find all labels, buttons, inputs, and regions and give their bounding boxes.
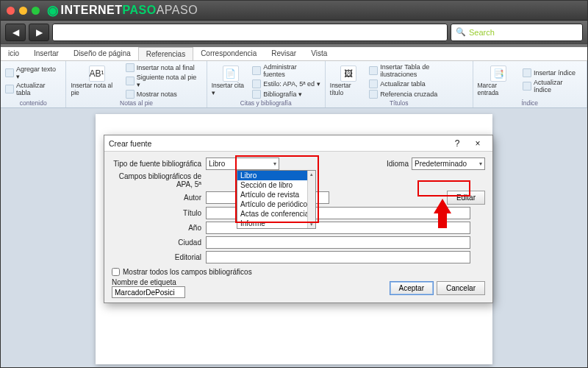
tab-insertar[interactable]: Insertar: [26, 47, 66, 60]
option-seccion[interactable]: Sección de libro: [237, 180, 315, 190]
option-actas[interactable]: Actas de conferencia: [237, 209, 315, 219]
show-notes-icon: [126, 90, 135, 99]
brand-logo-icon: ◉: [47, 2, 60, 18]
site-brand: ◉ INTERNETPASOAPASO: [47, 2, 198, 18]
actualizar-tabla-button2[interactable]: Actualizar tabla: [369, 79, 467, 88]
create-source-dialog: Crear fuente ? × Tipo de fuente bibliogr…: [104, 135, 493, 303]
tag-label: Nombre de etiqueta: [112, 278, 185, 286]
tab-diseno[interactable]: Diseño de página: [66, 47, 138, 60]
source-type-combo[interactable]: Libro ▾: [206, 158, 279, 170]
estilo-combo[interactable]: Estilo: APA, 5ª ed ▾: [252, 79, 320, 88]
type-label: Tipo de fuente bibliográfica: [112, 160, 206, 168]
ciudad-label: Ciudad: [112, 238, 206, 247]
cite-icon: 📄: [223, 66, 239, 82]
siguiente-nota-button[interactable]: Siguiente nota al pie ▾: [126, 74, 202, 88]
language-combo[interactable]: Predeterminado ▾: [412, 158, 485, 170]
close-button[interactable]: ×: [467, 138, 488, 149]
tab-inicio[interactable]: icio: [1, 47, 26, 60]
language-label: Idioma: [387, 160, 412, 168]
brand-part-1: INTERNET: [61, 4, 123, 17]
mostrar-notas-button[interactable]: Mostrar notas: [126, 90, 202, 99]
search-icon: 🔍: [456, 27, 466, 37]
tab-referencias[interactable]: Referencias: [138, 47, 193, 60]
language-value: Predeterminado: [415, 160, 467, 168]
refresh-icon: [5, 85, 14, 93]
editorial-input[interactable]: [206, 251, 470, 263]
option-revista[interactable]: Artículo de revista: [237, 190, 315, 199]
brand-part-2: PASO: [123, 4, 157, 17]
style-icon: [252, 79, 261, 88]
insertar-indice-button[interactable]: Insertar índice: [523, 68, 582, 77]
agregar-texto-button[interactable]: Agregar texto ▾: [5, 66, 61, 80]
tab-vista[interactable]: Vista: [304, 47, 334, 60]
refresh-icon: [369, 79, 378, 88]
insertar-nota-final-button[interactable]: Insertar nota al final: [126, 63, 202, 72]
browser-titlebar: ◉ INTERNETPASOAPASO: [1, 1, 587, 20]
show-all-fields-checkbox[interactable]: [112, 268, 120, 276]
show-all-label: Mostrar todos los campos bibliográficos: [123, 268, 252, 276]
ano-label: Año: [112, 224, 206, 232]
insert-index-icon: [523, 68, 531, 77]
editorial-label: Editorial: [112, 253, 206, 261]
help-button[interactable]: ?: [447, 138, 467, 149]
referencia-cruzada-button[interactable]: Referencia cruzada: [369, 90, 467, 99]
editar-button[interactable]: Editar: [447, 191, 485, 205]
search-box[interactable]: 🔍 Search: [451, 24, 583, 41]
back-button[interactable]: ◀: [5, 24, 26, 41]
tag-input[interactable]: [112, 286, 185, 298]
close-window-icon[interactable]: [7, 7, 15, 15]
cancel-button[interactable]: Cancelar: [437, 281, 485, 295]
insertar-titulo-button[interactable]: 🖼 Insertar título: [330, 66, 367, 96]
dialog-body: Tipo de fuente bibliográfica Libro ▾ Idi…: [104, 152, 492, 302]
address-bar[interactable]: [52, 24, 448, 41]
chevron-down-icon: ▾: [479, 160, 482, 167]
ribbon-group-contenido: Agregar texto ▾ Actualizar tabla conteni…: [1, 61, 66, 107]
forward-button[interactable]: ▶: [29, 24, 49, 41]
browser-toolbar: ◀ ▶ 🔍 Search: [1, 20, 587, 43]
scrollbar[interactable]: ▴▾: [307, 171, 315, 228]
source-type-dropdown: Libro Sección de libro Artículo de revis…: [237, 170, 316, 229]
actualizar-indice-button[interactable]: Actualizar índice: [523, 79, 582, 93]
table-illus-icon: [369, 66, 378, 75]
tab-correspondencia[interactable]: Correspondencia: [193, 47, 264, 60]
ribbon-group-indice: 📑 Marcar entrada Insertar índice Actuali…: [473, 61, 587, 107]
tab-revisar[interactable]: Revisar: [264, 47, 304, 60]
biblio-icon: [252, 90, 261, 99]
dialog-title: Crear fuente: [109, 139, 447, 148]
marcar-entrada-button[interactable]: 📑 Marcar entrada: [478, 66, 520, 96]
option-informe[interactable]: Informe: [237, 219, 315, 228]
next-note-icon: [126, 77, 135, 85]
add-text-icon: [5, 68, 14, 77]
ribbon-group-citas: 📄 Insertar cita ▾ Administrar fuentes Es…: [207, 61, 326, 107]
mark-entry-icon: 📑: [490, 66, 506, 82]
insertar-cita-button[interactable]: 📄 Insertar cita ▾: [212, 66, 250, 96]
manage-sources-icon: [252, 66, 261, 75]
titulo-label: Título: [112, 209, 206, 217]
crossref-icon: [369, 90, 378, 99]
source-type-value: Libro: [209, 160, 225, 168]
tabla-ilustraciones-button[interactable]: Insertar Tabla de ilustraciones: [369, 63, 467, 78]
maximize-window-icon[interactable]: [32, 7, 40, 15]
option-libro[interactable]: Libro: [237, 171, 315, 180]
insertar-nota-pie-button[interactable]: AB¹ Insertar nota al pie: [71, 66, 122, 96]
endnote-icon: [126, 63, 135, 72]
administrar-fuentes-button[interactable]: Administrar fuentes: [252, 63, 320, 78]
group-label: Citas y bibliografía: [212, 99, 320, 107]
autor-label: Autor: [112, 194, 206, 202]
indicator-arrow-icon: [434, 199, 451, 213]
ok-button[interactable]: Aceptar: [390, 281, 434, 295]
minimize-window-icon[interactable]: [19, 7, 27, 15]
actualizar-tabla-button[interactable]: Actualizar tabla: [5, 82, 61, 96]
fields-header: Campos bibliográficos de APA, 5ª: [112, 172, 206, 188]
ribbon-group-notas: AB¹ Insertar nota al pie Insertar nota a…: [66, 61, 207, 107]
footnote-icon: AB¹: [89, 66, 105, 82]
search-placeholder: Search: [469, 28, 495, 37]
bibliografia-button[interactable]: Bibliografía ▾: [252, 90, 320, 99]
brand-part-3: APASO: [157, 4, 198, 17]
ciudad-input[interactable]: [206, 236, 470, 249]
refresh-icon: [523, 82, 531, 91]
group-label: Notas al pie: [71, 99, 201, 107]
group-label: Títulos: [330, 99, 468, 107]
group-label: contenido: [5, 99, 61, 107]
option-periodico[interactable]: Artículo de periódico: [237, 199, 315, 209]
